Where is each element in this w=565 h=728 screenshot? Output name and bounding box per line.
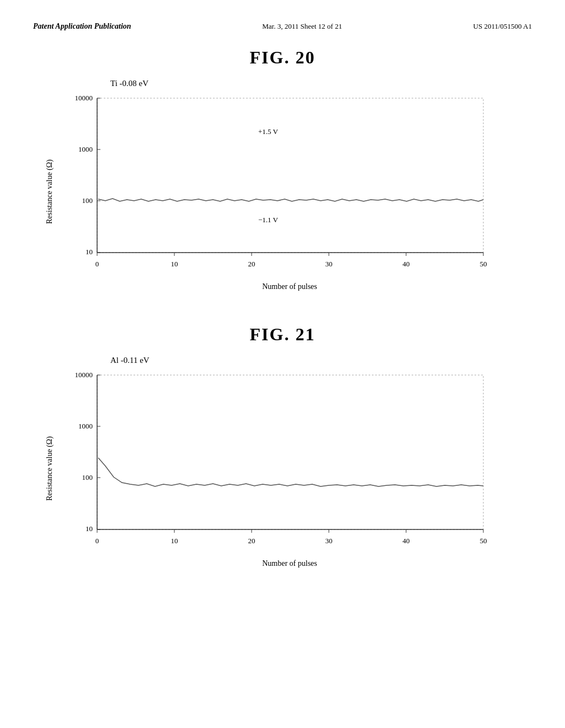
svg-text:20: 20: [248, 260, 255, 268]
svg-rect-25: [97, 375, 483, 529]
svg-text:50: 50: [480, 537, 487, 545]
fig21-title: FIG. 21: [44, 324, 521, 345]
fig21-subtitle: Al -0.11 eV: [110, 356, 521, 365]
svg-text:10: 10: [171, 537, 178, 545]
fig20-y-axis-label: Resistance value (Ω): [44, 93, 55, 291]
fig20-chart: 10000 1000 100 10 0 10 20: [58, 93, 521, 291]
fig20-x-axis-label: Number of pulses: [58, 282, 521, 291]
svg-text:100: 100: [82, 196, 93, 205]
main-content: FIG. 20 Ti -0.08 eV Resistance value (Ω)…: [0, 36, 565, 623]
fig21-y-axis-label: Resistance value (Ω): [44, 370, 55, 568]
fig20-chart-area: Resistance value (Ω) 10000 1000 100 10: [44, 93, 521, 291]
svg-text:10: 10: [86, 524, 93, 533]
svg-text:40: 40: [403, 537, 410, 545]
page-header: Patent Application Publication Mar. 3, 2…: [0, 0, 565, 36]
fig21-svg: 10000 1000 100 10 0 10 20 30: [58, 370, 500, 557]
svg-text:30: 30: [326, 537, 333, 545]
fig20-container: FIG. 20 Ti -0.08 eV Resistance value (Ω)…: [44, 47, 521, 291]
fig21-container: FIG. 21 Al -0.11 eV Resistance value (Ω)…: [44, 324, 521, 568]
svg-text:10: 10: [171, 260, 178, 268]
page: Patent Application Publication Mar. 3, 2…: [0, 0, 565, 728]
svg-text:1000: 1000: [78, 422, 93, 430]
svg-text:+1.5 V: +1.5 V: [258, 127, 279, 136]
svg-text:0: 0: [95, 260, 99, 268]
svg-text:1000: 1000: [78, 145, 93, 153]
svg-text:10000: 10000: [75, 94, 93, 102]
fig21-chart-area: Resistance value (Ω) 10000 1000 100 10: [44, 370, 521, 568]
svg-rect-0: [97, 98, 483, 253]
publication-label: Patent Application Publication: [33, 22, 131, 31]
svg-text:50: 50: [480, 260, 487, 268]
fig20-title: FIG. 20: [44, 47, 521, 68]
svg-text:20: 20: [248, 537, 255, 545]
fig21-x-axis-label: Number of pulses: [58, 559, 521, 568]
svg-text:−1.1 V: −1.1 V: [258, 216, 279, 224]
svg-text:100: 100: [82, 473, 93, 481]
svg-text:30: 30: [326, 260, 333, 268]
svg-text:0: 0: [95, 537, 99, 545]
svg-text:40: 40: [403, 260, 410, 268]
sheet-info: Mar. 3, 2011 Sheet 12 of 21: [262, 22, 342, 31]
fig20-subtitle: Ti -0.08 eV: [110, 79, 521, 88]
patent-number: US 2011/051500 A1: [473, 22, 532, 31]
svg-text:10: 10: [86, 248, 93, 256]
fig20-svg: 10000 1000 100 10 0 10 20: [58, 93, 500, 280]
fig21-chart: 10000 1000 100 10 0 10 20 30: [58, 370, 521, 568]
svg-text:10000: 10000: [75, 371, 93, 379]
